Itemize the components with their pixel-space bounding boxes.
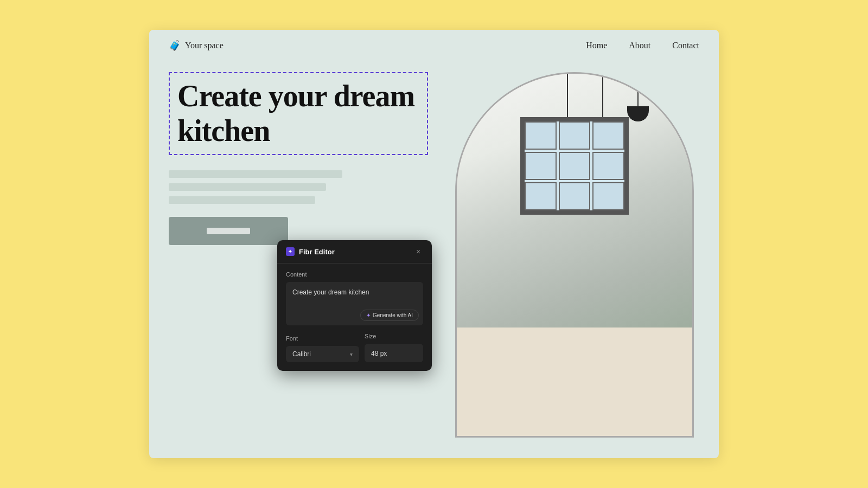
window-pane — [559, 182, 591, 210]
pendant-shade-3 — [627, 106, 649, 121]
content-text: Create your dream kitchen — [292, 287, 417, 297]
chevron-down-icon: ▾ — [350, 351, 353, 357]
content-label: Content — [286, 271, 423, 278]
kitchen-counter — [457, 328, 692, 436]
font-size-row: Font Calibri ▾ Size 48 px — [286, 333, 423, 362]
size-input[interactable]: 48 px — [365, 344, 423, 362]
window-pane — [525, 121, 557, 150]
generate-label: Generate with AI — [373, 312, 413, 318]
fibr-icon: ✦ — [286, 247, 295, 256]
editor-body: Content Create your dream kitchen ✦ Gene… — [277, 264, 432, 362]
pendant-cord-1 — [567, 74, 568, 117]
cta-button[interactable] — [169, 217, 288, 245]
pendant-cord-3 — [637, 74, 639, 106]
right-panel — [450, 72, 699, 438]
window-pane — [525, 182, 557, 210]
input-line-3 — [169, 196, 315, 204]
generate-ai-button[interactable]: ✦ Generate with AI — [360, 310, 419, 321]
window-pane — [559, 121, 591, 150]
logo-text: Your space — [185, 41, 224, 50]
font-label: Font — [286, 335, 359, 342]
size-input-text: 48 px — [371, 350, 387, 357]
nav-links: Home About Contact — [586, 41, 699, 50]
left-panel: Create your dream kitchen ✦ Fibr Editor — [169, 72, 428, 438]
input-line-2 — [169, 183, 326, 191]
font-select[interactable]: Calibri ▾ — [286, 346, 359, 362]
close-button[interactable]: × — [413, 247, 423, 256]
arch-kitchen — [457, 74, 692, 436]
nav-item-contact[interactable]: Contact — [672, 41, 699, 50]
font-group: Font Calibri ▾ — [286, 335, 359, 362]
nav-link-home[interactable]: Home — [586, 41, 607, 50]
browser-frame: 🧳 Your space Home About Contact Create y… — [149, 30, 719, 458]
headline-box[interactable]: Create your dream kitchen — [169, 72, 428, 155]
window-pane — [592, 121, 624, 150]
logo[interactable]: 🧳 Your space — [169, 40, 224, 52]
navbar: 🧳 Your space Home About Contact — [149, 30, 719, 61]
nav-item-home[interactable]: Home — [586, 41, 607, 50]
logo-icon: 🧳 — [169, 40, 181, 52]
input-lines — [169, 170, 428, 204]
window-pane — [525, 152, 557, 180]
nav-item-about[interactable]: About — [629, 41, 650, 50]
fibr-editor: ✦ Fibr Editor × Content Create your drea… — [277, 240, 432, 371]
kitchen-window — [520, 117, 629, 215]
font-select-text: Calibri — [292, 350, 311, 358]
arch-container — [455, 72, 694, 438]
ai-star-icon: ✦ — [366, 312, 371, 318]
window-pane — [559, 152, 591, 180]
nav-link-about[interactable]: About — [629, 41, 650, 50]
editor-header: ✦ Fibr Editor × — [277, 240, 432, 264]
content-textarea[interactable]: Create your dream kitchen ✦ Generate wit… — [286, 282, 423, 325]
size-label: Size — [365, 333, 423, 339]
window-pane — [592, 152, 624, 180]
editor-title-text: Fibr Editor — [299, 248, 335, 256]
main-content: Create your dream kitchen ✦ Fibr Editor — [149, 61, 719, 457]
editor-title: ✦ Fibr Editor — [286, 247, 335, 256]
headline-text: Create your dream kitchen — [177, 79, 419, 149]
cta-button-inner — [207, 228, 250, 234]
size-group: Size 48 px — [365, 333, 423, 362]
window-pane — [592, 182, 624, 210]
pendant-3 — [627, 74, 649, 140]
input-line-1 — [169, 170, 342, 178]
nav-link-contact[interactable]: Contact — [672, 41, 699, 50]
